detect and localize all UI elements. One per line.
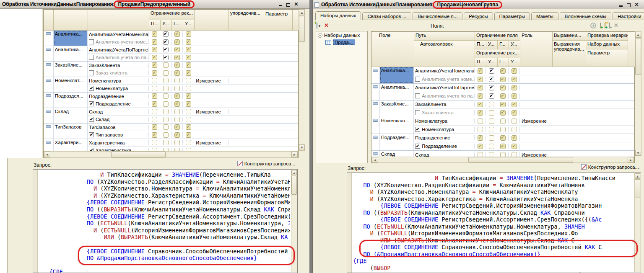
autotitle-cell[interactable]: Заказ клиента [414, 110, 475, 115]
add-field-button[interactable]: + [590, 23, 596, 28]
path-cell[interactable]: Характеристика [88, 140, 149, 145]
autotitle-checkbox[interactable] [415, 110, 420, 115]
autotitle-checkbox[interactable] [89, 39, 94, 44]
restriction-checkbox[interactable] [152, 117, 157, 122]
path-cell[interactable]: ТипЗапасов [88, 125, 149, 130]
vscroll-thumb[interactable] [299, 16, 305, 42]
autotitle-checkbox[interactable] [89, 101, 94, 106]
right-query-vscrollbar[interactable]: ▲ [634, 173, 641, 272]
restriction-checkbox[interactable] [152, 55, 157, 60]
autotitle-cell[interactable]: Номенклатура [88, 86, 149, 91]
restriction-checkbox[interactable] [489, 85, 494, 90]
restriction-checkbox[interactable] [186, 132, 191, 138]
field-name-cell[interactable]: ЗаказКлие... [380, 100, 414, 117]
autotitle-cell[interactable]: Тип запасов [88, 132, 149, 137]
field-title-row[interactable]: Подразделение [414, 142, 634, 151]
field-path-row[interactable]: АналитикаУчетаПоПартне... [414, 84, 634, 92]
autotitle-cell[interactable]: Подразделение [414, 144, 475, 149]
restriction-checkbox[interactable] [478, 93, 483, 99]
restriction-checkbox[interactable] [512, 144, 517, 149]
restriction-checkbox[interactable] [163, 31, 169, 37]
collapse-icon[interactable] [373, 119, 378, 122]
collapse-icon[interactable] [46, 125, 51, 128]
restriction-checkbox[interactable] [152, 124, 157, 130]
restriction-checkbox[interactable] [500, 152, 506, 157]
autotitle-checkbox[interactable] [89, 132, 94, 137]
path-cell[interactable]: АналитикаУчетаПоПартне... [88, 47, 149, 52]
path-cell[interactable]: Склад [414, 152, 475, 157]
autotitle-cell[interactable]: Аналитика учета номе... [414, 77, 475, 82]
path-cell[interactable]: Подразделение [88, 94, 149, 99]
close-button[interactable]: ✕ [634, 2, 640, 8]
restriction-checkbox[interactable] [186, 78, 191, 83]
left-table-vscrollbar[interactable]: ▲ ▼ [299, 9, 305, 151]
right-table-hscrollbar[interactable]: ◄ ► [371, 157, 634, 163]
autotitle-checkbox[interactable] [89, 86, 94, 91]
minimize-button[interactable] [618, 2, 624, 8]
restriction-checkbox[interactable] [500, 68, 506, 74]
query-builder-link[interactable]: Конструктор запроса... [581, 164, 639, 170]
restriction-checkbox[interactable] [186, 47, 191, 52]
restriction-checkbox[interactable] [163, 101, 169, 107]
restriction-checkbox[interactable] [152, 148, 157, 152]
path-cell[interactable]: АналитикаУчетаПоПартне... [414, 85, 475, 90]
hscroll-thumb[interactable] [111, 152, 166, 157]
restriction-checkbox[interactable] [152, 31, 157, 37]
field-path-row[interactable]: АналитикаУчетаПоПартне... [88, 46, 298, 54]
restriction-checkbox[interactable] [512, 77, 517, 82]
restriction-checkbox[interactable] [489, 144, 494, 149]
restriction-checkbox[interactable] [186, 140, 191, 145]
restriction-checkbox[interactable] [478, 144, 483, 149]
collapse-icon[interactable] [373, 69, 378, 72]
tab-calculated-fields[interactable]: Вычисляемые п... [413, 12, 462, 20]
restriction-checkbox[interactable] [489, 152, 494, 157]
restriction-checkbox[interactable] [478, 118, 483, 124]
add-table-button[interactable]: + [609, 23, 610, 28]
restriction-checkbox[interactable] [512, 135, 517, 141]
field-title-row[interactable]: Заказ клиента [88, 69, 298, 77]
restriction-checkbox[interactable] [152, 140, 157, 145]
role-cell[interactable]: Измерение [520, 152, 552, 157]
autotitle-checkbox[interactable] [89, 148, 94, 151]
restriction-checkbox[interactable] [152, 70, 157, 76]
restriction-checkbox[interactable] [512, 85, 517, 90]
role-cell[interactable]: Измерение [194, 109, 229, 114]
restriction-checkbox[interactable] [186, 101, 191, 107]
scroll-up-button[interactable]: ▲ [635, 32, 641, 38]
restriction-checkbox[interactable] [152, 47, 157, 52]
field-path-row[interactable]: НоменклатураИзмерение [414, 117, 634, 126]
scroll-right-button[interactable]: ► [291, 152, 298, 157]
field-name-cell[interactable]: Номенклат... [380, 117, 414, 134]
restriction-checkbox[interactable] [478, 110, 483, 116]
field-path-row[interactable]: ТипЗапасов [88, 124, 298, 131]
scroll-down-button[interactable]: ▼ [299, 144, 305, 150]
field-name-cell[interactable]: ЗаказКлие... [54, 62, 88, 77]
autotitle-cell[interactable]: Подразделение [88, 101, 149, 106]
restriction-checkbox[interactable] [163, 109, 169, 114]
field-title-row[interactable]: Номенклатура [414, 126, 634, 134]
collapse-icon[interactable] [46, 110, 51, 113]
collapse-icon[interactable] [46, 141, 51, 144]
field-title-row[interactable]: Заказ клиента [414, 109, 634, 117]
autotitle-checkbox[interactable] [415, 127, 420, 132]
field-name-cell[interactable]: Аналитика... [380, 67, 414, 83]
restriction-checkbox[interactable] [174, 109, 180, 114]
collapse-icon[interactable] [373, 136, 378, 139]
restriction-checkbox[interactable] [500, 110, 506, 116]
field-path-row[interactable]: ХарактеристикаИзмерение [88, 139, 298, 147]
tab-parameters[interactable]: Параметры [494, 12, 530, 20]
field-path-row[interactable]: Подразделение [88, 93, 298, 100]
collapse-icon[interactable] [373, 85, 378, 88]
vscroll-thumb[interactable] [635, 38, 641, 75]
restriction-checkbox[interactable] [174, 124, 180, 130]
collapse-icon[interactable] [373, 152, 378, 155]
restriction-checkbox[interactable] [152, 109, 157, 114]
left-table-hscrollbar[interactable]: ◄ ► [44, 151, 298, 158]
autotitle-cell[interactable]: Аналитика учета по па... [88, 55, 149, 60]
field-name-cell[interactable]: Склад [54, 108, 88, 123]
restriction-checkbox[interactable] [152, 86, 157, 91]
field-title-row[interactable]: Аналитика учета номе... [88, 38, 298, 46]
field-path-row[interactable]: АналитикаУчетаНоменкла... [414, 67, 634, 75]
field-name-cell[interactable]: Аналитика... [54, 31, 88, 46]
restriction-checkbox[interactable] [489, 102, 494, 107]
